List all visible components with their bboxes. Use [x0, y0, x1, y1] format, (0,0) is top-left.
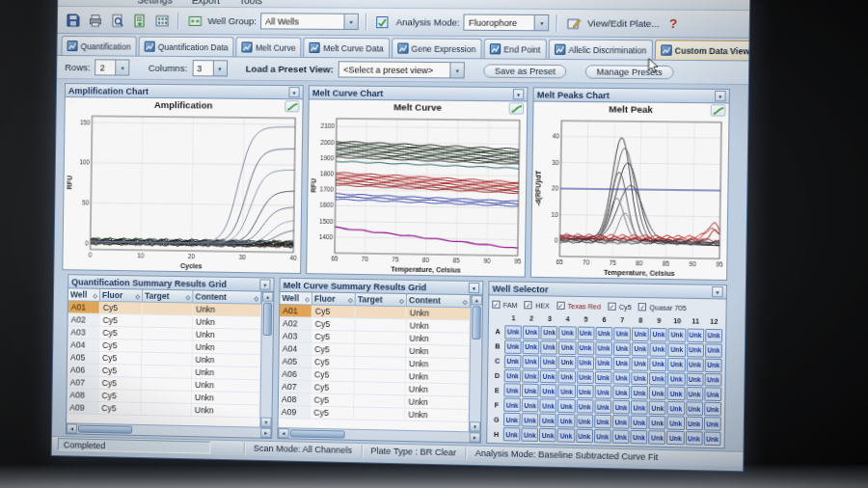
chevron-down-icon[interactable]: ▼ — [212, 61, 226, 75]
well-cell-F3[interactable]: Unk — [540, 399, 557, 414]
well-cell-C9[interactable]: Unk — [650, 357, 667, 371]
scroll-left-icon[interactable]: ◄ — [278, 428, 288, 438]
well-cell-H7[interactable]: Unk — [612, 430, 630, 445]
well-cell-E6[interactable]: Unk — [594, 386, 611, 400]
well-cell-H10[interactable]: Unk — [666, 431, 684, 446]
well-row-header[interactable]: E — [491, 383, 503, 396]
well-cell-E2[interactable]: Unk — [522, 384, 539, 397]
well-cell-A1[interactable]: Unk — [504, 325, 522, 339]
well-cell-D7[interactable]: Unk — [612, 371, 630, 386]
fluor-checkbox-texas-red[interactable]: ✓ — [556, 302, 564, 310]
well-cell-F10[interactable]: Unk — [667, 401, 685, 416]
well-cell-E12[interactable]: Unk — [704, 388, 721, 402]
scroll-left-icon[interactable]: ◄ — [67, 423, 77, 433]
well-cell-A7[interactable]: Unk — [613, 327, 631, 341]
export-icon[interactable] — [130, 11, 149, 29]
well-cell-B8[interactable]: Unk — [632, 342, 649, 357]
print-icon[interactable] — [86, 11, 104, 29]
well-row-header[interactable]: B — [492, 339, 504, 353]
well-cell-C7[interactable]: Unk — [613, 356, 631, 370]
sort-icon[interactable]: ◇ — [305, 295, 310, 302]
well-cell-H2[interactable]: Unk — [521, 428, 538, 443]
well-cell-G6[interactable]: Unk — [594, 415, 611, 429]
well-column-header[interactable]: 8 — [632, 314, 649, 326]
well-cell-G11[interactable]: Unk — [686, 417, 703, 431]
well-cell-G4[interactable]: Unk — [557, 414, 575, 428]
well-cell-H8[interactable]: Unk — [631, 430, 648, 445]
well-cell-F6[interactable]: Unk — [594, 400, 611, 415]
sort-icon[interactable]: ◇ — [348, 296, 353, 303]
well-cell-E10[interactable]: Unk — [667, 387, 685, 401]
chart-zoom-icon[interactable] — [711, 104, 726, 116]
vertical-scrollbar[interactable]: ▲ ▼ — [259, 292, 273, 427]
well-cell-G2[interactable]: Unk — [522, 413, 539, 427]
column-header-target[interactable]: Target◇ — [143, 290, 194, 304]
well-cell-F11[interactable]: Unk — [686, 402, 703, 417]
well-cell-C6[interactable]: Unk — [595, 356, 612, 370]
well-row-header[interactable]: H — [490, 427, 502, 441]
well-cell-D6[interactable]: Unk — [595, 370, 612, 385]
scroll-down-icon[interactable]: ▼ — [260, 418, 271, 427]
edit-plate-icon[interactable] — [152, 12, 171, 30]
analysis-mode-select[interactable]: Fluorophore ▼ — [464, 14, 550, 31]
well-cell-E5[interactable]: Unk — [577, 385, 594, 399]
sort-icon[interactable]: ◇ — [399, 296, 404, 303]
well-cell-B3[interactable]: Unk — [541, 340, 558, 354]
view-edit-plate-button[interactable]: View/Edit Plate... — [587, 17, 660, 29]
well-column-header[interactable]: 10 — [668, 315, 686, 327]
column-header-target[interactable]: Target◇ — [356, 293, 407, 307]
well-cell-E4[interactable]: Unk — [558, 385, 576, 399]
scroll-thumb[interactable] — [78, 425, 132, 434]
chevron-down-icon[interactable]: ▼ — [534, 15, 549, 30]
well-cell-E3[interactable]: Unk — [540, 384, 557, 398]
well-cell-B2[interactable]: Unk — [523, 340, 540, 354]
well-cell-F2[interactable]: Unk — [522, 398, 539, 413]
column-header-content[interactable]: Content◇ — [407, 294, 471, 308]
tab-quantification-data[interactable]: Quantification Data — [138, 37, 233, 57]
chevron-down-icon[interactable]: ▼ — [513, 89, 525, 99]
well-cell-C4[interactable]: Unk — [558, 355, 576, 368]
menu-item-settings[interactable]: Settings — [137, 0, 172, 6]
scroll-thumb[interactable] — [290, 429, 345, 438]
scroll-right-icon[interactable]: ► — [260, 428, 271, 438]
well-cell-G1[interactable]: Unk — [503, 413, 521, 427]
well-cell-B9[interactable]: Unk — [650, 342, 667, 357]
scroll-thumb[interactable] — [263, 303, 273, 336]
well-cell-A5[interactable]: Unk — [577, 326, 594, 339]
chevron-down-icon[interactable]: ▼ — [715, 91, 726, 101]
well-cell-F7[interactable]: Unk — [612, 400, 630, 415]
well-cell-D2[interactable]: Unk — [522, 369, 539, 383]
well-column-header[interactable]: 4 — [559, 313, 577, 325]
table-row[interactable]: A09Cy5Unkn — [67, 401, 259, 418]
well-cell-F5[interactable]: Unk — [576, 399, 593, 414]
well-cell-H5[interactable]: Unk — [576, 429, 593, 444]
chevron-down-icon[interactable]: ▼ — [259, 279, 270, 289]
well-cell-H11[interactable]: Unk — [685, 431, 702, 446]
well-cell-D9[interactable]: Unk — [649, 371, 666, 386]
columns-select[interactable]: 3 ▼ — [192, 60, 228, 76]
well-cell-B7[interactable]: Unk — [613, 341, 631, 356]
well-cell-H6[interactable]: Unk — [594, 429, 611, 444]
well-cell-B5[interactable]: Unk — [577, 341, 594, 355]
well-cell-C5[interactable]: Unk — [577, 356, 594, 370]
tab-end-point[interactable]: End Point — [484, 39, 547, 59]
well-cell-E1[interactable]: Unk — [503, 384, 521, 397]
sort-icon[interactable]: ◇ — [463, 298, 468, 305]
well-cell-C1[interactable]: Unk — [504, 354, 522, 367]
well-cell-H12[interactable]: Unk — [703, 432, 720, 447]
well-cell-A9[interactable]: Unk — [650, 328, 667, 342]
well-cell-F1[interactable]: Unk — [503, 398, 521, 412]
well-cell-E9[interactable]: Unk — [649, 387, 666, 401]
well-cell-A4[interactable]: Unk — [559, 326, 577, 339]
well-cell-C2[interactable]: Unk — [523, 355, 540, 368]
well-cell-G3[interactable]: Unk — [539, 414, 556, 428]
well-column-header[interactable]: 3 — [541, 313, 558, 325]
help-icon[interactable]: ? — [669, 16, 678, 31]
well-row-header[interactable]: F — [491, 398, 503, 412]
chevron-down-icon[interactable]: ▼ — [712, 286, 723, 297]
well-cell-A3[interactable]: Unk — [541, 326, 558, 339]
view-edit-plate-icon[interactable] — [564, 14, 583, 32]
well-cell-D10[interactable]: Unk — [667, 372, 685, 387]
well-cell-F4[interactable]: Unk — [557, 399, 575, 414]
well-row-header[interactable]: C — [491, 354, 503, 367]
